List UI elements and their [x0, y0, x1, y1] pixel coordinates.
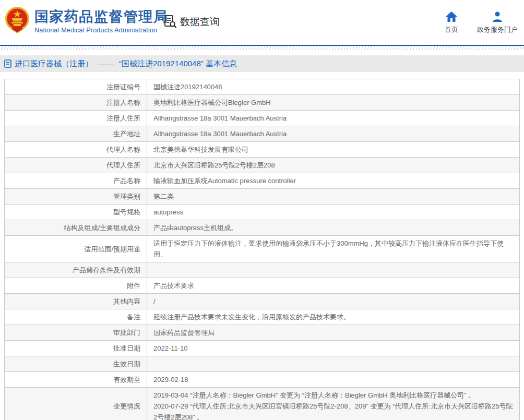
row-label: 批准日期 — [5, 341, 147, 356]
row-label: 型号规格 — [5, 205, 147, 220]
row-label: 审批部门 — [5, 325, 147, 341]
row-value: 北京市大兴区旧桥路25号院2号楼2层208 — [147, 158, 520, 173]
table-row: 结构及组成/主要组成成分产品由autopress主机组成。 — [5, 220, 520, 236]
table-row: 型号规格autopress — [5, 205, 520, 220]
table-row: 备注延续注册产品技术要求未发生变化，沿用原核发的产品技术要求。 — [5, 309, 520, 325]
row-label: 代理人名称 — [5, 142, 147, 158]
row-value-text: 延续注册产品技术要求未发生变化，沿用原核发的产品技术要求。 — [153, 313, 350, 321]
row-label-text: 注册证编号 — [106, 83, 140, 91]
row-label: 生效日期 — [5, 356, 147, 372]
row-label-text: 产品名称 — [113, 177, 140, 185]
row-value: 第二类 — [147, 189, 520, 205]
nav-home-label: 首页 — [445, 25, 458, 34]
table-row: 生效日期 — [5, 356, 520, 372]
row-value: 国家药品监督管理局 — [147, 325, 520, 341]
nav-gov-portal[interactable]: 政务服务门户 — [477, 11, 518, 34]
row-label: 管理类别 — [5, 189, 147, 205]
table-row: 产品储存条件及有效期 — [5, 262, 520, 278]
breadcrumb-section: 进口医疗器械（注册） — [15, 59, 93, 69]
row-label-text: 生效日期 — [113, 360, 140, 368]
row-label: 有效期至 — [5, 372, 147, 388]
row-value-text: 北京市大兴区旧桥路25号院2号楼2层208 — [153, 161, 275, 169]
table-row: 注册证编号国械注进20192140048 — [5, 79, 520, 95]
row-value-text: 2019-03-04 “注册人名称：Biegler GmbH” 变更为 “注册人… — [153, 391, 513, 420]
nav-home[interactable]: 首页 — [445, 11, 458, 34]
row-value: Allhangstrasse 18a 3001 Mauerbach Austri… — [147, 111, 520, 126]
row-label-text: 其他内容 — [113, 297, 140, 305]
row-label-text: 管理类别 — [113, 193, 140, 200]
data-query-label: 数据查询 — [180, 15, 220, 29]
registration-info-table-wrap: 注册证编号国械注进20192140048注册人名称奥地利比格医疗器械公司Bieg… — [4, 79, 520, 420]
table-row: 适用范围/预期用途适用于恒定压力下的液体输注，要求使用的输液袋承压不小于300m… — [5, 236, 520, 262]
row-value-text: 奥地利比格医疗器械公司Biegler GmbH — [153, 99, 271, 106]
row-label-text: 有效期至 — [113, 376, 140, 383]
row-value-text: 国家药品监督管理局 — [153, 329, 215, 337]
row-value: 产品由autopress主机组成。 — [147, 220, 520, 236]
row-label: 其他内容 — [5, 294, 147, 309]
table-row: 生产地址Allhangstrasse 18a 3001 Mauerbach Au… — [5, 126, 520, 142]
breadcrumb: 进口医疗器械（注册） —— “国械注进20192140048” 基本信息 — [0, 55, 524, 72]
row-label-text: 生产地址 — [113, 130, 140, 138]
row-value-text: 国械注进20192140048 — [153, 83, 222, 91]
user-icon — [492, 11, 503, 22]
row-value: 2022-11-10 — [147, 341, 520, 356]
row-label: 结构及组成/主要组成成分 — [5, 220, 147, 236]
row-value: 奥地利比格医疗器械公司Biegler GmbH — [147, 95, 520, 111]
site-subtitle: National Medical Products Administration — [34, 27, 169, 34]
row-label-text: 产品储存条件及有效期 — [73, 266, 140, 274]
row-label: 注册人名称 — [5, 95, 147, 111]
row-value: / — [147, 294, 520, 309]
row-value: Allhangstrasse 18a 3001 Mauerbach Austri… — [147, 126, 520, 142]
row-label-text: 型号规格 — [113, 208, 140, 216]
national-emblem-icon — [4, 6, 30, 36]
row-value: 适用于恒定压力下的液体输注，要求使用的输液袋承压不小于300mmHg，其中较高压… — [147, 236, 520, 262]
row-label: 生产地址 — [5, 126, 147, 142]
row-label: 适用范围/预期用途 — [5, 236, 147, 262]
row-value: 产品技术要求 — [147, 278, 520, 294]
row-value-text: 北京美德嘉华科技发展有限公司 — [153, 146, 248, 153]
row-label-text: 注册人名称 — [106, 99, 140, 106]
page-icon — [4, 59, 11, 68]
row-label-text: 适用范围/预期用途 — [84, 245, 140, 253]
row-value-text: Allhangstrasse 18a 3001 Mauerbach Austri… — [153, 130, 287, 138]
data-query-nav[interactable]: 数据查询 — [163, 15, 220, 29]
row-value: 延续注册产品技术要求未发生变化，沿用原核发的产品技术要求。 — [147, 309, 520, 325]
table-row: 产品名称输液输血加压系统Automatic pressure controlle… — [5, 173, 520, 189]
document-search-icon — [163, 15, 177, 29]
registration-info-table: 注册证编号国械注进20192140048注册人名称奥地利比格医疗器械公司Bieg… — [4, 79, 520, 420]
hatch-stripe — [0, 46, 524, 50]
breadcrumb-current: “国械注进20192140048” 基本信息 — [119, 59, 237, 69]
row-label-text: 审批部门 — [113, 329, 140, 337]
row-label-text: 结构及组成/主要组成成分 — [64, 224, 140, 232]
row-label: 变更情况 — [5, 388, 147, 420]
row-value: 北京美德嘉华科技发展有限公司 — [147, 142, 520, 158]
row-label-text: 附件 — [127, 282, 140, 290]
table-row: 注册人住所Allhangstrasse 18a 3001 Mauerbach A… — [5, 111, 520, 126]
row-value-text: 适用于恒定压力下的液体输注，要求使用的输液袋承压不小于300mmHg，其中较高压… — [153, 239, 504, 258]
row-value: 2019-03-04 “注册人名称：Biegler GmbH” 变更为 “注册人… — [147, 388, 520, 420]
row-label-text: 批准日期 — [113, 344, 140, 352]
row-label: 产品名称 — [5, 173, 147, 189]
row-label: 产品储存条件及有效期 — [5, 262, 147, 278]
row-value: 输液输血加压系统Automatic pressure controller — [147, 173, 520, 189]
table-row: 附件产品技术要求 — [5, 278, 520, 294]
row-value — [147, 356, 520, 372]
row-value: 2029-02-18 — [147, 372, 520, 388]
nmpa-logo[interactable] — [4, 6, 30, 36]
row-label: 注册证编号 — [5, 79, 147, 95]
table-row: 变更情况2019-03-04 “注册人名称：Biegler GmbH” 变更为 … — [5, 388, 520, 420]
table-row: 注册人名称奥地利比格医疗器械公司Biegler GmbH — [5, 95, 520, 111]
row-value: autopress — [147, 205, 520, 220]
row-label: 备注 — [5, 309, 147, 325]
table-row: 代理人名称北京美德嘉华科技发展有限公司 — [5, 142, 520, 158]
top-nav: 首页 政务服务门户 — [445, 11, 518, 34]
row-label-text: 备注 — [127, 313, 140, 321]
table-row: 代理人住所北京市大兴区旧桥路25号院2号楼2层208 — [5, 158, 520, 173]
site-title: 国家药品监督管理局 — [34, 8, 169, 25]
row-value — [147, 262, 520, 278]
info-table-body: 注册证编号国械注进20192140048注册人名称奥地利比格医疗器械公司Bieg… — [5, 79, 520, 420]
breadcrumb-separator: —— — [98, 59, 114, 68]
table-row: 管理类别第二类 — [5, 189, 520, 205]
table-row: 有效期至2029-02-18 — [5, 372, 520, 388]
row-value-text: / — [153, 297, 156, 305]
